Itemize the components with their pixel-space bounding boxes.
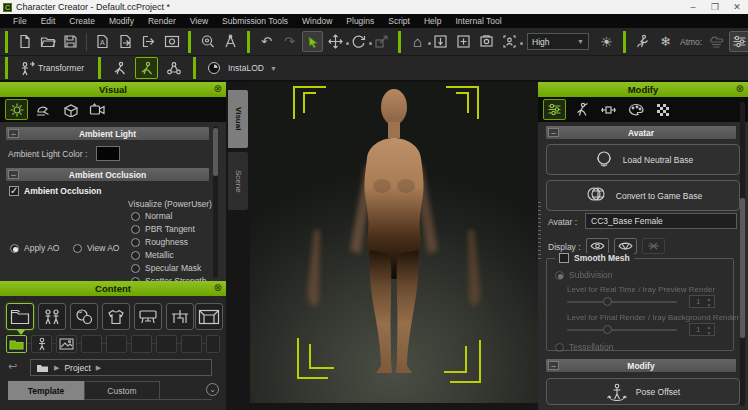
shadow-tab[interactable] (59, 99, 82, 120)
close-icon[interactable]: ⊗ (736, 83, 744, 94)
frame-selected-button[interactable] (499, 31, 520, 52)
export-content-button[interactable] (115, 31, 136, 52)
edit-pose-active-button[interactable] (135, 57, 158, 79)
menu-modify[interactable]: Modify (102, 14, 141, 28)
collapse-icon[interactable]: – (8, 129, 19, 138)
spinner-arrows[interactable]: ▲▼ (705, 296, 713, 308)
new-project-button[interactable] (14, 31, 35, 52)
modify-attributes-tab[interactable] (543, 99, 566, 120)
subdivision-radio[interactable]: Subdivision (555, 270, 612, 280)
save-project-button[interactable] (60, 31, 81, 52)
move-tool-button[interactable] (325, 31, 346, 52)
visual-settings-tab[interactable] (5, 99, 28, 120)
slider-knob[interactable] (603, 325, 612, 334)
avatar-name-field[interactable] (585, 213, 737, 229)
level-final-slider[interactable] (567, 329, 677, 331)
menu-internal-tool[interactable]: Internal Tool (448, 14, 508, 28)
tab-custom[interactable]: Custom (84, 381, 160, 400)
level-realtime-spinner[interactable]: 1 ▲▼ (689, 295, 715, 308)
viewport-3d[interactable] (250, 82, 538, 410)
camera-tab[interactable] (86, 99, 109, 120)
motion-preview-button[interactable] (632, 31, 653, 52)
menu-view[interactable]: View (183, 14, 215, 28)
pose-offset-button[interactable]: Pose Offset (546, 378, 740, 405)
select-tool-button[interactable] (302, 31, 323, 52)
export-fbx-button[interactable] (138, 31, 159, 52)
back-icon[interactable]: ↩ (8, 360, 17, 373)
subcategory-empty[interactable] (181, 335, 202, 353)
modify-section-bar[interactable]: – Modify (546, 359, 736, 372)
category-material[interactable] (70, 303, 98, 330)
collapse-icon[interactable]: – (8, 170, 19, 179)
level-realtime-slider[interactable] (567, 301, 677, 303)
calibration-button[interactable] (220, 31, 241, 52)
ambient-occlusion-checkbox[interactable] (9, 186, 19, 196)
menu-plugins[interactable]: Plugins (339, 14, 381, 28)
category-cloth[interactable] (102, 303, 130, 330)
visual-scrollbar[interactable] (213, 126, 218, 278)
menu-window[interactable]: Window (295, 14, 339, 28)
edit-pose-button[interactable] (108, 57, 131, 79)
breadcrumb[interactable]: ▶ Project ▶ (30, 359, 212, 376)
menu-edit[interactable]: Edit (34, 14, 63, 28)
spinner-arrows[interactable]: ▲▼ (705, 324, 713, 336)
menu-submission-tools[interactable]: Submission Tools (215, 14, 295, 28)
subcategory-folder[interactable] (6, 335, 27, 353)
maximize-button[interactable]: ❐ (704, 0, 726, 14)
open-project-button[interactable] (37, 31, 58, 52)
slider-knob[interactable] (603, 297, 612, 306)
category-accessory[interactable] (134, 303, 162, 330)
subcategory-empty[interactable] (81, 335, 102, 353)
screenshot-button[interactable] (476, 31, 497, 52)
fog-button[interactable] (706, 31, 727, 52)
modify-morph-tab[interactable] (597, 99, 620, 120)
center-view-button[interactable] (453, 31, 474, 52)
menu-help[interactable]: Help (417, 14, 448, 28)
ambient-occlusion-section-bar[interactable]: – Ambient Occlusion (6, 168, 209, 181)
redo-button[interactable]: ↷ (279, 31, 300, 52)
category-stage[interactable] (195, 303, 223, 330)
transformer-button[interactable]: Transformer (15, 57, 91, 79)
undo-button[interactable]: ↶ (256, 31, 277, 52)
tessellation-radio[interactable]: Tessellation (555, 342, 613, 352)
breadcrumb-project[interactable]: Project (64, 363, 90, 373)
minimize-button[interactable]: – (682, 0, 704, 14)
subcategory-empty[interactable] (131, 335, 152, 353)
visualize-option-specular-mask[interactable]: Specular Mask (131, 263, 201, 273)
home-view-button[interactable]: ⌂ (407, 31, 428, 52)
view-ao-radio[interactable]: View AO (73, 243, 119, 253)
content-panel-header[interactable]: Content ⊗ (0, 281, 226, 296)
preferences-toggle-button[interactable] (729, 31, 748, 52)
menu-script[interactable]: Script (381, 14, 417, 28)
visual-panel-header[interactable]: Visual ⊗ (0, 82, 226, 97)
modify-animation-tab[interactable] (570, 99, 593, 120)
load-neutral-base-button[interactable]: Load Neutral Base (546, 144, 740, 175)
scale-tool-button[interactable] (371, 31, 392, 52)
light-settings-button[interactable]: ☀ (596, 31, 617, 52)
modify-texture-tab[interactable] (651, 99, 674, 120)
menu-render[interactable]: Render (141, 14, 183, 28)
zoom-avatar-button[interactable] (197, 31, 218, 52)
atmosphere-snow-icon[interactable]: ❄ (655, 31, 676, 52)
media-export-button[interactable] (161, 31, 182, 52)
ambient-light-section-bar[interactable]: – Ambient Light (6, 127, 209, 140)
instalod-button[interactable]: InstaLOD ▼ (203, 57, 281, 79)
category-prop[interactable] (166, 303, 194, 330)
lamp-tab[interactable] (32, 99, 55, 120)
collapse-icon[interactable]: – (548, 361, 559, 370)
category-project[interactable] (6, 303, 34, 330)
menu-file[interactable]: File (6, 14, 34, 28)
subcategory-empty[interactable] (156, 335, 177, 353)
import-scene-button[interactable] (430, 31, 451, 52)
display-visible-button[interactable] (586, 238, 609, 254)
visualize-option-pbr-tangent[interactable]: PBR Tangent (131, 224, 195, 234)
category-actor[interactable] (38, 303, 66, 330)
avatar-section-bar[interactable]: – Avatar (546, 126, 736, 139)
quality-dropdown[interactable]: High ▼ (527, 33, 589, 50)
close-icon[interactable]: ⊗ (214, 83, 222, 94)
close-icon[interactable]: ⊗ (214, 282, 222, 293)
subcategory-image[interactable] (56, 335, 77, 353)
ambient-occlusion-checkbox-row[interactable]: Ambient Occlusion (9, 186, 101, 196)
import-content-button[interactable]: A (92, 31, 113, 52)
apply-ao-radio[interactable]: Apply AO (10, 243, 59, 253)
